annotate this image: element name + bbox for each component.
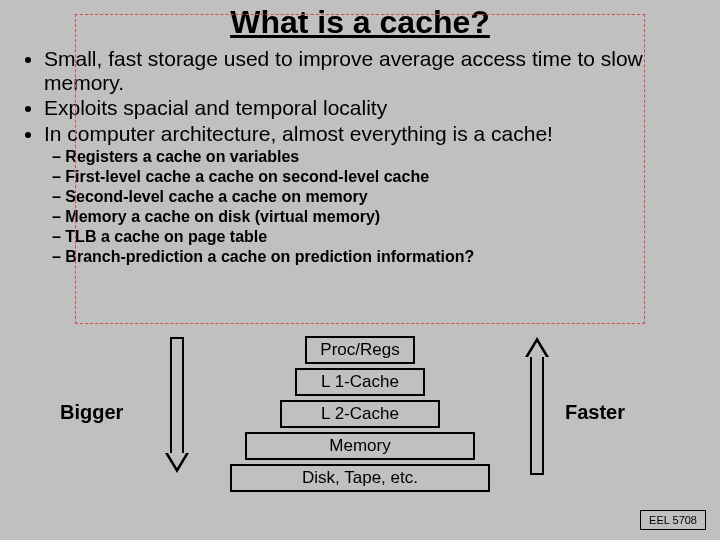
sub-bullet-item: Memory a cache on disk (virtual memory): [52, 207, 698, 227]
memory-hierarchy: Proc/Regs L 1-Cache L 2-Cache Memory Dis…: [0, 336, 720, 496]
bullet-list: Small, fast storage used to improve aver…: [22, 47, 698, 145]
hierarchy-level: L 1-Cache: [295, 368, 425, 396]
bullet-item: Exploits spacial and temporal locality: [44, 96, 698, 120]
hierarchy-level: L 2-Cache: [280, 400, 440, 428]
label-faster: Faster: [565, 401, 625, 424]
hierarchy-level: Disk, Tape, etc.: [230, 464, 490, 492]
sub-bullet-list: Registers a cache on variables First-lev…: [22, 147, 698, 267]
hierarchy-level: Proc/Regs: [305, 336, 415, 364]
sub-bullet-item: First-level cache a cache on second-leve…: [52, 167, 698, 187]
bullet-item: In computer architecture, almost everyth…: [44, 122, 698, 146]
slide-title: What is a cache?: [22, 4, 698, 41]
sub-bullet-item: Registers a cache on variables: [52, 147, 698, 167]
label-bigger: Bigger: [60, 401, 123, 424]
hierarchy-level: Memory: [245, 432, 475, 460]
bullet-item: Small, fast storage used to improve aver…: [44, 47, 698, 94]
footer-tag: EEL 5708: [640, 510, 706, 530]
slide: What is a cache? Small, fast storage use…: [0, 4, 720, 540]
sub-bullet-item: Branch-prediction a cache on prediction …: [52, 247, 698, 267]
sub-bullet-item: Second-level cache a cache on memory: [52, 187, 698, 207]
sub-bullet-item: TLB a cache on page table: [52, 227, 698, 247]
